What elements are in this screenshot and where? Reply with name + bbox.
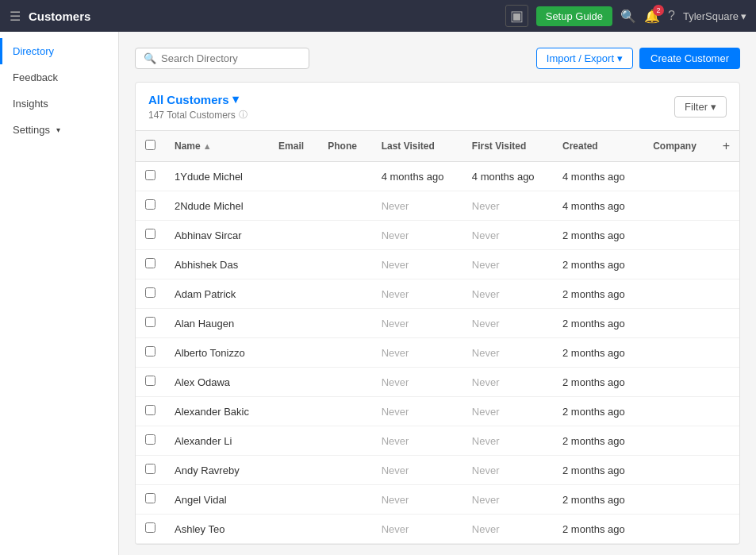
cell-created: 2 months ago	[553, 397, 643, 426]
cell-first_visited: Never	[462, 309, 553, 338]
import-export-label: Import / Export	[547, 52, 614, 64]
cell-first_visited: 4 months ago	[462, 162, 553, 191]
cell-name[interactable]: Adam Patrick	[165, 279, 269, 309]
row-checkbox-9[interactable]	[136, 426, 165, 456]
row-select-checkbox[interactable]	[145, 229, 155, 239]
cell-last_visited: Never	[372, 456, 462, 485]
cell-created: 2 months ago	[553, 426, 643, 456]
cell-name[interactable]: Abhishek Das	[165, 250, 269, 279]
cell-email	[269, 279, 318, 309]
cell-name[interactable]: Alberto Tonizzo	[165, 338, 269, 368]
sidebar-item-insights[interactable]: Insights	[0, 91, 118, 117]
cell-name[interactable]: Andy Ravreby	[165, 456, 269, 485]
sidebar-item-settings[interactable]: Settings ▾	[0, 117, 118, 143]
row-checkbox-4[interactable]	[136, 279, 165, 309]
row-select-checkbox[interactable]	[145, 493, 155, 503]
cell-add-10	[713, 456, 739, 485]
row-checkbox-1[interactable]	[136, 191, 165, 221]
row-checkbox-7[interactable]	[136, 368, 165, 397]
cell-add-9	[713, 426, 739, 456]
th-last-visited: Last Visited	[372, 131, 462, 162]
cell-name[interactable]: Angel Vidal	[165, 485, 269, 515]
row-select-checkbox[interactable]	[145, 258, 155, 268]
bell-icon[interactable]: 🔔 2	[644, 9, 660, 24]
cell-last_visited: Never	[372, 250, 462, 279]
row-select-checkbox[interactable]	[145, 346, 155, 357]
cell-name[interactable]: 1Ydude Michel	[165, 162, 269, 191]
cell-company	[643, 191, 713, 221]
search-icon: 🔍	[144, 52, 156, 64]
row-select-checkbox[interactable]	[145, 317, 155, 327]
th-company: Company	[643, 131, 713, 162]
create-customer-button[interactable]: Create Customer	[639, 48, 740, 69]
info-icon[interactable]: ⓘ	[239, 109, 248, 121]
search-input[interactable]	[161, 52, 301, 64]
row-checkbox-6[interactable]	[136, 338, 165, 368]
row-select-checkbox[interactable]	[145, 170, 155, 180]
row-select-checkbox[interactable]	[145, 287, 155, 298]
top-nav: ☰ Customers ▣ Setup Guide 🔍 🔔 2 ? TylerS…	[0, 0, 756, 32]
cell-name[interactable]: Abhinav Sircar	[165, 221, 269, 250]
row-checkbox-12[interactable]	[136, 515, 165, 544]
add-column-button[interactable]: +	[713, 131, 739, 162]
cell-email	[269, 368, 318, 397]
cell-company	[643, 250, 713, 279]
search-nav-icon[interactable]: 🔍	[620, 9, 636, 24]
cell-first_visited: Never	[462, 338, 553, 368]
cell-first_visited: Never	[462, 456, 553, 485]
cell-last_visited: Never	[372, 191, 462, 221]
cell-last_visited: Never	[372, 397, 462, 426]
cell-add-12	[713, 515, 739, 544]
row-select-checkbox[interactable]	[145, 376, 155, 386]
cell-name[interactable]: Alexander Bakic	[165, 397, 269, 426]
setup-guide-button[interactable]: Setup Guide	[536, 6, 612, 26]
import-export-chevron-icon: ▾	[617, 52, 623, 64]
cell-first_visited: Never	[462, 397, 553, 426]
cell-created: 2 months ago	[553, 250, 643, 279]
menu-icon[interactable]: ☰	[10, 9, 21, 24]
cell-name[interactable]: Alex Odawa	[165, 368, 269, 397]
row-checkbox-10[interactable]	[136, 456, 165, 485]
sidebar-item-feedback[interactable]: Feedback	[0, 64, 118, 91]
customers-title-area: All Customers ▾ 147 Total Customers ⓘ	[148, 92, 248, 121]
row-checkbox-11[interactable]	[136, 485, 165, 515]
row-select-checkbox[interactable]	[145, 405, 155, 415]
row-checkbox-3[interactable]	[136, 250, 165, 279]
customers-section-title[interactable]: All Customers ▾	[148, 92, 248, 106]
select-all-checkbox[interactable]	[145, 140, 155, 150]
import-export-button[interactable]: Import / Export ▾	[536, 48, 633, 69]
th-first-visited: First Visited	[462, 131, 553, 162]
box-icon[interactable]: ▣	[505, 5, 528, 27]
table-row: Alan HaugenNeverNever2 months ago	[136, 309, 739, 338]
sidebar: Directory Feedback Insights Settings ▾	[0, 32, 119, 555]
table-row: Angel VidalNeverNever2 months ago	[136, 485, 739, 515]
cell-add-1	[713, 191, 739, 221]
row-select-checkbox[interactable]	[145, 434, 155, 445]
row-select-checkbox[interactable]	[145, 199, 155, 210]
user-chevron-icon: ▾	[741, 10, 746, 22]
row-checkbox-5[interactable]	[136, 309, 165, 338]
row-checkbox-0[interactable]	[136, 162, 165, 191]
cell-add-11	[713, 485, 739, 515]
cell-first_visited: Never	[462, 279, 553, 309]
row-checkbox-2[interactable]	[136, 221, 165, 250]
select-all-checkbox-header[interactable]	[136, 131, 165, 162]
sort-asc-icon: ▲	[203, 141, 212, 151]
cell-last_visited: Never	[372, 338, 462, 368]
cell-name[interactable]: Alexander Li	[165, 426, 269, 456]
row-checkbox-8[interactable]	[136, 397, 165, 426]
cell-name[interactable]: Ashley Teo	[165, 515, 269, 544]
top-nav-actions: Setup Guide 🔍 🔔 2 ? TylerSquare ▾	[536, 6, 746, 26]
help-icon[interactable]: ?	[668, 9, 675, 23]
cell-name[interactable]: Alan Haugen	[165, 309, 269, 338]
search-box[interactable]: 🔍	[135, 48, 309, 69]
user-menu[interactable]: TylerSquare ▾	[683, 10, 746, 22]
filter-button[interactable]: Filter ▾	[674, 96, 727, 118]
row-select-checkbox[interactable]	[145, 522, 155, 533]
th-name[interactable]: Name ▲	[165, 131, 269, 162]
cell-company	[643, 368, 713, 397]
sidebar-item-directory[interactable]: Directory	[0, 38, 118, 64]
row-select-checkbox[interactable]	[145, 464, 155, 474]
cell-name[interactable]: 2Ndude Michel	[165, 191, 269, 221]
cell-phone	[318, 515, 371, 544]
